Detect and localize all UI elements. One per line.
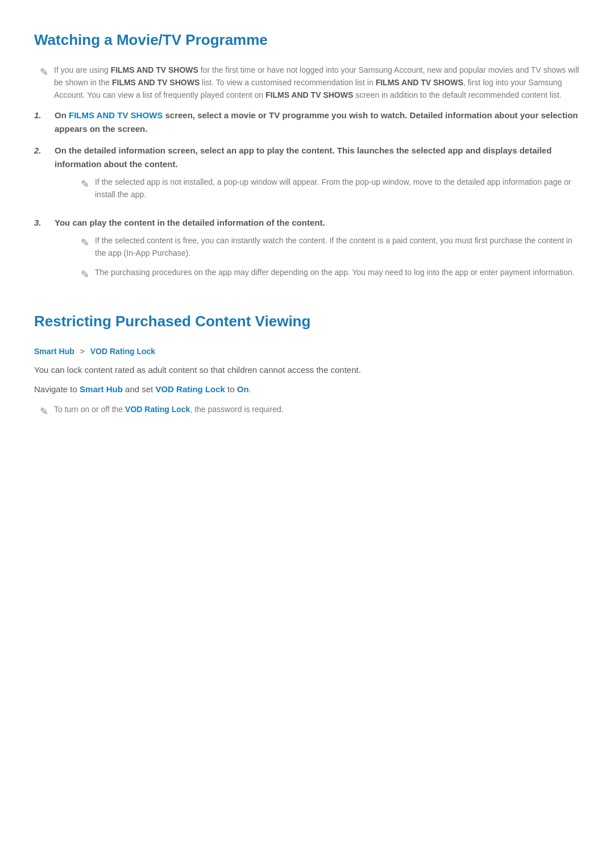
smart-hub-link[interactable]: Smart Hub — [80, 384, 123, 394]
step-3-note-2-text: The purchasing procedures on the app may… — [95, 266, 574, 279]
step-3-number: 3. — [34, 216, 45, 230]
films-highlight-4: FILMS AND TV SHOWS — [265, 90, 353, 99]
note-icon-3a: ✎ — [81, 235, 89, 251]
vod-rating-lock-note-link[interactable]: VOD Rating Lock — [125, 405, 190, 414]
step-1: 1. On FILMS AND TV SHOWS screen, select … — [34, 109, 580, 136]
breadcrumb: Smart Hub > VOD Rating Lock — [34, 345, 580, 358]
note-icon-section2: ✎ — [40, 404, 48, 420]
films-highlight-3: FILMS AND TV SHOWS — [376, 78, 463, 87]
films-highlight-1: FILMS AND TV SHOWS — [111, 65, 198, 74]
step-3: 3. You can play the content in the detai… — [34, 216, 580, 290]
breadcrumb-item2[interactable]: VOD Rating Lock — [90, 347, 155, 356]
step-1-content: On FILMS AND TV SHOWS screen, select a m… — [55, 109, 580, 136]
step-3-text: You can play the content in the detailed… — [55, 218, 325, 227]
step-3-content: You can play the content in the detailed… — [55, 216, 580, 290]
breadcrumb-separator: > — [80, 347, 85, 356]
step-2-text: On the detailed information screen, sele… — [55, 146, 551, 169]
step-3-note-1-text: If the selected content is free, you can… — [95, 234, 580, 260]
intro-note-text: If you are using FILMS AND TV SHOWS for … — [54, 64, 580, 102]
step-1-number: 1. — [34, 109, 45, 122]
on-link[interactable]: On — [237, 384, 249, 394]
note-icon-2: ✎ — [81, 176, 89, 193]
section2-note-text: To turn on or off the VOD Rating Lock, t… — [54, 403, 284, 416]
vod-rating-lock-link[interactable]: VOD Rating Lock — [155, 384, 225, 394]
section1-title: Watching a Movie/TV Programme — [34, 28, 580, 52]
step-3-note-1: ✎ If the selected content is free, you c… — [81, 234, 580, 260]
section2-title: Restricting Purchased Content Viewing — [34, 310, 580, 334]
step-2-notes: ✎ If the selected app is not installed, … — [75, 176, 580, 201]
note-icon-3b: ✎ — [81, 267, 89, 283]
step-3-note-2: ✎ The purchasing procedures on the app m… — [81, 266, 580, 283]
step-2-note-1: ✎ If the selected app is not installed, … — [81, 176, 580, 201]
note-icon: ✎ — [40, 64, 48, 81]
navigate-text: Navigate to Smart Hub and set VOD Rating… — [34, 383, 580, 396]
step-2-note-1-text: If the selected app is not installed, a … — [95, 176, 580, 201]
films-highlight-2: FILMS AND TV SHOWS — [112, 78, 200, 87]
section1: Watching a Movie/TV Programme ✎ If you a… — [34, 28, 580, 290]
films-link-step1[interactable]: FILMS AND TV SHOWS — [69, 110, 163, 120]
step-2: 2. On the detailed information screen, s… — [34, 144, 580, 208]
breadcrumb-item1[interactable]: Smart Hub — [34, 347, 74, 356]
step-2-number: 2. — [34, 144, 45, 157]
section2-note: ✎ To turn on or off the VOD Rating Lock,… — [40, 403, 580, 420]
step-1-text: On FILMS AND TV SHOWS screen, select a m… — [55, 110, 578, 134]
step-3-notes: ✎ If the selected content is free, you c… — [75, 234, 580, 284]
section2: Restricting Purchased Content Viewing Sm… — [34, 310, 580, 420]
intro-note: ✎ If you are using FILMS AND TV SHOWS fo… — [40, 64, 580, 102]
step-2-content: On the detailed information screen, sele… — [55, 144, 580, 208]
section2-body1: You can lock content rated as adult cont… — [34, 363, 580, 377]
